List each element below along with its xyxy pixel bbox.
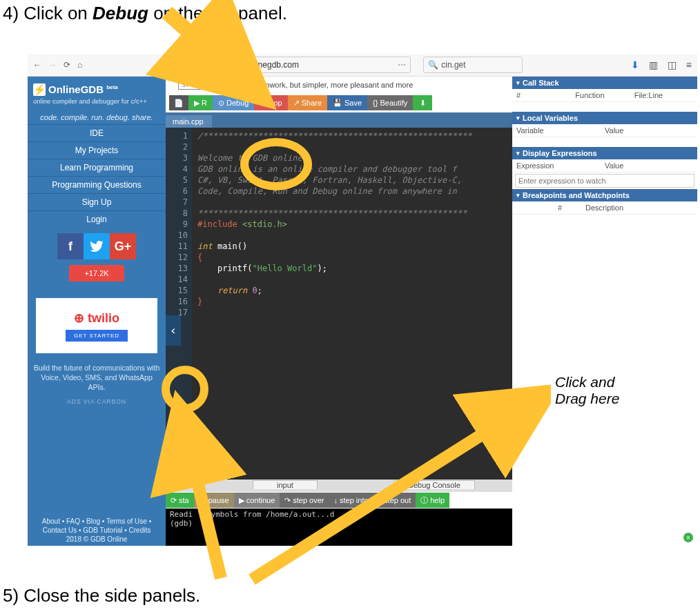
chevron-down-icon: ▾	[516, 150, 520, 157]
sponsor-ad[interactable]: ⊕ twilio GET STARTED	[36, 298, 157, 353]
new-file-button[interactable]: 📄	[169, 95, 188, 110]
breakpoints-header[interactable]: ▾Breakpoints and Watchpoints	[512, 189, 697, 201]
sidebar-item-questions[interactable]: Programming Questions	[28, 176, 166, 193]
ad-text: Build the future of communications with …	[28, 363, 166, 393]
debug-stepover-button[interactable]: ↷ step over	[280, 493, 329, 508]
save-button[interactable]: 💾 Save	[327, 95, 367, 110]
locals-header[interactable]: ▾Local Variables	[512, 112, 697, 124]
debug-pause-button[interactable]: ⏸ pause	[194, 493, 234, 508]
share-button[interactable]: ↗ Share	[288, 95, 327, 110]
debug-console-tab[interactable]: Debug Console	[393, 480, 475, 489]
library-icon[interactable]: ▥	[649, 59, 658, 70]
share-count-button[interactable]: + 17.2K	[69, 265, 124, 282]
debug-help-button[interactable]: ⓘ help	[416, 493, 449, 508]
sidebar-item-ide[interactable]: IDE	[28, 124, 166, 141]
chevron-down-icon: ▾	[516, 115, 520, 121]
chevron-down-icon: ▾	[516, 192, 520, 199]
url-text: www.onlinegdb.com	[225, 60, 299, 70]
ad-cta-button[interactable]: GET STARTED	[66, 330, 128, 342]
url-menu-icon[interactable]: ⋯	[398, 60, 406, 70]
site-sidebar: ⚡OnlineGDB beta online compiler and debu…	[28, 77, 166, 546]
debug-continue-button[interactable]: ▶ continue	[234, 493, 280, 508]
sidebar-nav: IDE My Projects Learn Programming Progra…	[28, 124, 166, 228]
debug-button[interactable]: ⊙ Debug	[213, 95, 254, 110]
screenshot-frame: ← → ⟳ ⌂ ⓘ 🔒 http www.onlinegdb.com ⋯ 🔍 c…	[28, 54, 697, 545]
info-icon: ⓘ	[185, 59, 193, 71]
callstack-header[interactable]: ▾Call Stack	[512, 77, 697, 89]
browser-toolbar: ← → ⟳ ⌂ ⓘ 🔒 http www.onlinegdb.com ⋯ 🔍 c…	[28, 54, 697, 77]
twitter-icon[interactable]	[84, 233, 110, 259]
sponsor-banner: SPONSOR Slack mwork, but simpler, more p…	[166, 77, 512, 93]
code-editor[interactable]: 1234567891011121314151617 /*************…	[166, 128, 512, 480]
search-icon: 🔍	[428, 60, 438, 70]
chevron-down-icon: ▾	[516, 79, 520, 86]
step4-instruction: 4) Click on Debug on the top panel.	[0, 0, 700, 24]
site-logo[interactable]: ⚡OnlineGDB beta	[33, 83, 160, 96]
editor-toolbar: 📄 ▶ R ⊙ Debug ■ Stop ↗ Share 💾 Save {} B…	[166, 93, 512, 112]
url-bar[interactable]: ⓘ 🔒 http www.onlinegdb.com ⋯	[180, 57, 411, 73]
watch-expression-input[interactable]	[515, 174, 694, 188]
debug-control-bar: ⟳ sta ⏸ pause ▶ continue ↷ step over ↓ s…	[166, 492, 512, 509]
sidebar-item-learn[interactable]: Learn Programming	[28, 159, 166, 176]
file-tabbar: main.cpp	[166, 112, 512, 128]
menu-icon[interactable]: ≡	[686, 59, 692, 70]
display-header[interactable]: ▾Display Expressions	[512, 147, 697, 159]
back-icon[interactable]: ←	[33, 60, 41, 70]
collapse-sidebar-button[interactable]: ‹	[166, 315, 181, 346]
file-tab[interactable]: main.cpp	[166, 115, 212, 128]
site-tagline: code. compile. run. debug. share.	[28, 113, 166, 121]
debug-start-button[interactable]: ⟳ sta	[166, 493, 194, 508]
drag-note: Click and Drag here	[551, 371, 623, 410]
sidebar-icon[interactable]: ◫	[668, 59, 677, 70]
bolt-icon: ⚡	[33, 83, 46, 96]
close-icon[interactable]: ×	[683, 533, 693, 542]
debug-stepinto-button[interactable]: ↓ step into	[329, 493, 373, 508]
debug-panels: ▾Call Stack #FunctionFile:Line ▾Local Va…	[512, 77, 697, 546]
debug-stepout-button[interactable]: ↑ step out	[373, 493, 416, 508]
home-icon[interactable]: ⌂	[77, 60, 82, 70]
lock-icon: 🔒	[196, 61, 206, 70]
googleplus-icon[interactable]: G+	[110, 233, 136, 259]
reload-icon[interactable]: ⟳	[64, 60, 70, 70]
stop-button[interactable]: ■ Stop	[254, 95, 287, 110]
sidebar-item-signup[interactable]: Sign Up	[28, 193, 166, 210]
beautify-button[interactable]: {} Beautify	[367, 95, 413, 110]
debug-console[interactable]: Readi symbols from /home/a.out...d e. (g…	[166, 509, 512, 546]
facebook-icon[interactable]: f	[57, 233, 84, 259]
sidebar-item-projects[interactable]: My Projects	[28, 141, 166, 159]
step5-instruction: 5) Close the side panels.	[3, 585, 200, 606]
download-icon[interactable]: ⬇	[631, 59, 639, 70]
bottom-tabbar: input Debug Console	[166, 480, 512, 492]
forward-icon[interactable]: →	[48, 60, 57, 70]
sidebar-item-login[interactable]: Login	[28, 210, 166, 228]
sidebar-footer: About • FAQ • Blog • Terms of Use • Cont…	[28, 517, 166, 546]
browser-search[interactable]: 🔍 cin.get	[423, 57, 523, 73]
ads-via-label: ADS VIA CARBON	[28, 398, 166, 405]
run-button[interactable]: ▶ R	[188, 95, 213, 110]
download-button[interactable]: ⬇	[413, 95, 432, 110]
input-tab[interactable]: input	[253, 480, 318, 489]
site-subtitle: online compiler and debugger for c/c++	[33, 97, 160, 105]
